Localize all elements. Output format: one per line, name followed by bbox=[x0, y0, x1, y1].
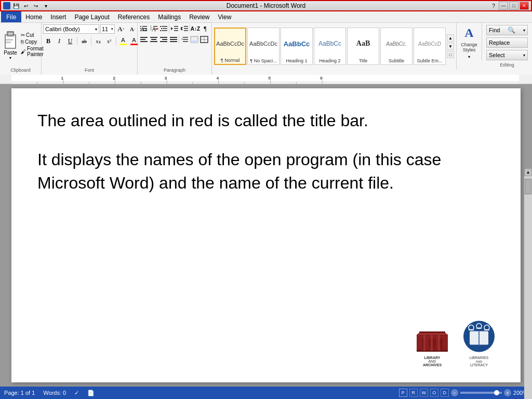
menu-view[interactable]: View bbox=[214, 11, 236, 22]
words-status: Words: 0 bbox=[43, 390, 66, 396]
grow-font-button[interactable]: A+ bbox=[116, 24, 126, 34]
decrease-indent-button[interactable] bbox=[170, 24, 179, 33]
svg-text:2: 2 bbox=[113, 76, 115, 81]
menu-page-layout[interactable]: Page Layout bbox=[70, 11, 113, 22]
ruler: 1 2 3 4 5 6 bbox=[0, 75, 532, 84]
font-size-box[interactable]: 11 ▾ bbox=[100, 24, 115, 34]
borders-button[interactable] bbox=[200, 35, 209, 44]
bold-button[interactable]: B bbox=[43, 36, 54, 46]
styles-scroll-down[interactable]: ▼ bbox=[447, 43, 454, 50]
ruler-scale[interactable]: 1 2 3 4 5 6 bbox=[11, 75, 519, 84]
svg-rect-10 bbox=[160, 26, 161, 27]
print-layout-view[interactable]: P bbox=[399, 389, 407, 397]
svg-text:↕: ↕ bbox=[181, 36, 183, 41]
style-heading2-preview: AaBbCc bbox=[318, 29, 341, 58]
select-button[interactable]: Select ▾ bbox=[486, 50, 528, 60]
style-subtle-em[interactable]: AaBbCcD Subtle Em... bbox=[414, 28, 446, 65]
align-center-button[interactable] bbox=[149, 35, 158, 44]
menu-references[interactable]: References bbox=[114, 11, 154, 22]
menu-home[interactable]: Home bbox=[21, 11, 46, 22]
style-heading1[interactable]: AaBbCc Heading 1 bbox=[281, 28, 313, 65]
style-no-spacing[interactable]: AaBbCcDc ¶ No Spaci... bbox=[247, 28, 280, 65]
underline-button[interactable]: U bbox=[65, 36, 75, 46]
zoom-in-button[interactable]: + bbox=[504, 389, 511, 396]
svg-rect-68 bbox=[418, 333, 446, 335]
web-layout-view[interactable]: W bbox=[420, 389, 428, 397]
full-reading-view[interactable]: R bbox=[409, 389, 418, 397]
svg-rect-32 bbox=[160, 41, 167, 42]
justify-button[interactable] bbox=[169, 35, 178, 44]
close-button[interactable]: ✕ bbox=[520, 2, 529, 10]
change-styles-arrow: ▾ bbox=[468, 55, 470, 59]
replace-button[interactable]: Replace bbox=[486, 37, 528, 48]
paragraph-group: 1.2. A↕Z ¶ bbox=[138, 23, 212, 75]
highlight-color-button[interactable]: A bbox=[118, 36, 128, 46]
strikethrough-button[interactable]: ab bbox=[79, 36, 89, 46]
maximize-button[interactable]: □ bbox=[509, 2, 518, 10]
numbering-button[interactable]: 1.2. bbox=[149, 24, 158, 33]
scroll-thumb[interactable] bbox=[525, 179, 531, 194]
align-left-button[interactable] bbox=[139, 35, 149, 44]
menu-mailings[interactable]: Mailings bbox=[154, 11, 185, 22]
title-bar: 💾 ↩ ↪ ▾ Document1 - Microsoft Word ? — □… bbox=[0, 0, 532, 11]
proofing-icon[interactable]: ✓ bbox=[74, 390, 79, 396]
minimize-button[interactable]: — bbox=[499, 2, 508, 10]
scroll-track[interactable] bbox=[524, 176, 532, 399]
zoom-out-button[interactable]: − bbox=[451, 389, 458, 396]
styles-expand[interactable]: □ bbox=[447, 51, 454, 58]
svg-rect-14 bbox=[160, 30, 161, 31]
style-title[interactable]: AaB Title bbox=[347, 28, 379, 65]
libraries-literacy-logo: LIBRARIESANDLITERACY bbox=[458, 318, 500, 367]
format-painter-button[interactable]: 🖌Format Painter bbox=[21, 46, 44, 57]
svg-rect-0 bbox=[140, 26, 141, 27]
save-quick-icon[interactable]: 💾 bbox=[12, 2, 20, 9]
menu-file[interactable]: File bbox=[1, 11, 21, 22]
customize-quick-icon[interactable]: ▾ bbox=[42, 2, 50, 9]
undo-quick-icon[interactable]: ↩ bbox=[22, 2, 30, 9]
cut-button[interactable]: ✂Cut bbox=[21, 32, 44, 38]
zoom-thumb[interactable] bbox=[494, 390, 499, 395]
zoom-slider[interactable] bbox=[460, 392, 502, 394]
bullets-button[interactable] bbox=[139, 24, 149, 33]
svg-rect-41 bbox=[191, 41, 198, 43]
line-spacing-button[interactable]: ↕ bbox=[180, 35, 189, 44]
style-subtitle[interactable]: AaBbCc. Subtitle bbox=[380, 28, 413, 65]
sort-button[interactable]: A↕Z bbox=[191, 24, 200, 33]
increase-indent-button[interactable] bbox=[180, 24, 189, 33]
copy-button[interactable]: ⎘Copy bbox=[21, 39, 44, 45]
menu-review[interactable]: Review bbox=[185, 11, 214, 22]
svg-text:6: 6 bbox=[320, 76, 323, 81]
document-area[interactable]: The area outlined in red is called the t… bbox=[0, 84, 532, 387]
styles-scroll-up[interactable]: ▲ bbox=[447, 34, 454, 42]
show-marks-button[interactable]: ¶ bbox=[201, 24, 210, 33]
outline-view[interactable]: O bbox=[430, 389, 438, 397]
svg-rect-24 bbox=[140, 37, 148, 38]
italic-button[interactable]: I bbox=[54, 36, 64, 46]
style-heading2[interactable]: AaBbCc Heading 2 bbox=[314, 28, 346, 65]
print-layout-icon[interactable]: 📄 bbox=[87, 390, 95, 396]
shrink-font-button[interactable]: A- bbox=[127, 24, 138, 34]
scroll-up-button[interactable]: ▲ bbox=[524, 168, 532, 176]
style-no-spacing-preview: AaBbCcDc bbox=[249, 29, 277, 58]
multilevel-list-button[interactable] bbox=[159, 24, 168, 33]
superscript-button[interactable]: x² bbox=[104, 36, 114, 46]
svg-rect-19 bbox=[174, 30, 178, 31]
redo-quick-icon[interactable]: ↪ bbox=[32, 2, 40, 9]
svg-marker-16 bbox=[171, 27, 173, 30]
font-label: Font bbox=[43, 68, 136, 74]
clipboard-group: Paste ▾ ✂Cut ⎘Copy bbox=[0, 23, 42, 75]
svg-rect-35 bbox=[170, 41, 177, 42]
font-name-box[interactable]: Calibri (Body) ▾ bbox=[43, 24, 99, 34]
ribbon: Paste ▾ ✂Cut ⎘Copy bbox=[0, 23, 532, 75]
style-normal[interactable]: AaBbCcDc ¶ Normal bbox=[214, 28, 246, 65]
change-styles-button[interactable]: A ChangeStyles ▾ bbox=[457, 23, 482, 60]
align-right-button[interactable] bbox=[159, 35, 168, 44]
help-icon[interactable]: ? bbox=[489, 2, 498, 9]
find-button[interactable]: Find 🔍 ▾ bbox=[486, 25, 528, 35]
menu-insert[interactable]: Insert bbox=[46, 11, 70, 22]
shading-button[interactable] bbox=[190, 35, 199, 44]
paste-button[interactable]: Paste ▾ bbox=[2, 30, 19, 61]
draft-view[interactable]: D bbox=[441, 389, 449, 397]
subscript-button[interactable]: x₂ bbox=[93, 36, 103, 46]
svg-rect-9 bbox=[153, 29, 157, 30]
